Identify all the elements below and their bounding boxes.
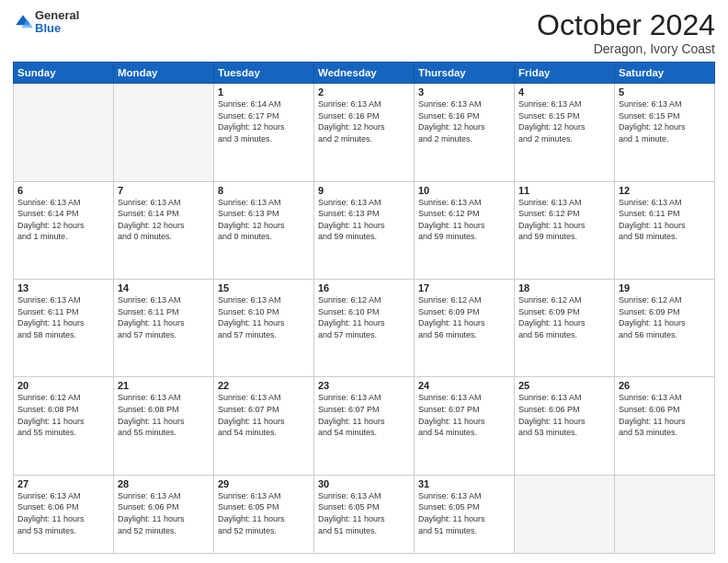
calendar-cell: 24Sunrise: 6:13 AM Sunset: 6:07 PM Dayli… xyxy=(415,377,515,475)
calendar-cell xyxy=(114,84,214,181)
day-number: 20 xyxy=(17,380,109,391)
day-number: 21 xyxy=(118,380,210,391)
day-number: 7 xyxy=(118,185,210,196)
day-number: 24 xyxy=(418,380,510,391)
calendar-cell: 12Sunrise: 6:13 AM Sunset: 6:11 PM Dayli… xyxy=(615,181,715,279)
day-number: 8 xyxy=(218,185,310,196)
calendar-cell: 8Sunrise: 6:13 AM Sunset: 6:13 PM Daylig… xyxy=(214,181,314,279)
calendar-cell: 6Sunrise: 6:13 AM Sunset: 6:14 PM Daylig… xyxy=(14,181,114,279)
title-block: October 2024 Deragon, Ivory Coast xyxy=(537,9,715,56)
day-number: 10 xyxy=(418,185,510,196)
calendar-cell: 19Sunrise: 6:12 AM Sunset: 6:09 PM Dayli… xyxy=(615,280,715,377)
page: General Blue October 2024 Deragon, Ivory… xyxy=(0,0,728,563)
calendar-cell: 20Sunrise: 6:12 AM Sunset: 6:08 PM Dayli… xyxy=(14,377,114,475)
day-header-sunday: Sunday xyxy=(14,63,114,84)
day-number: 22 xyxy=(218,380,310,391)
day-number: 28 xyxy=(118,478,210,489)
day-number: 19 xyxy=(619,282,711,293)
calendar-cell: 23Sunrise: 6:13 AM Sunset: 6:07 PM Dayli… xyxy=(314,377,415,475)
day-number: 26 xyxy=(619,380,711,391)
calendar-cell: 14Sunrise: 6:13 AM Sunset: 6:11 PM Dayli… xyxy=(114,280,214,377)
day-number: 27 xyxy=(17,478,109,489)
calendar-cell: 27Sunrise: 6:13 AM Sunset: 6:06 PM Dayli… xyxy=(14,475,114,553)
day-number: 12 xyxy=(619,185,711,196)
calendar-cell xyxy=(515,475,615,553)
logo-blue: Blue xyxy=(35,21,61,35)
days-header-row: SundayMondayTuesdayWednesdayThursdayFrid… xyxy=(14,63,715,84)
day-number: 15 xyxy=(218,282,310,293)
calendar-cell: 31Sunrise: 6:13 AM Sunset: 6:05 PM Dayli… xyxy=(415,475,515,553)
day-number: 11 xyxy=(518,185,610,196)
day-info: Sunrise: 6:13 AM Sunset: 6:14 PM Dayligh… xyxy=(118,197,210,243)
logo: General Blue xyxy=(13,9,79,36)
day-info: Sunrise: 6:13 AM Sunset: 6:06 PM Dayligh… xyxy=(17,490,109,536)
calendar-cell: 25Sunrise: 6:13 AM Sunset: 6:06 PM Dayli… xyxy=(515,377,615,475)
day-number: 2 xyxy=(318,86,410,98)
day-number: 6 xyxy=(17,185,109,196)
calendar-cell: 13Sunrise: 6:13 AM Sunset: 6:11 PM Dayli… xyxy=(14,280,114,377)
day-info: Sunrise: 6:13 AM Sunset: 6:05 PM Dayligh… xyxy=(418,490,510,536)
day-info: Sunrise: 6:13 AM Sunset: 6:06 PM Dayligh… xyxy=(118,490,210,536)
day-info: Sunrise: 6:13 AM Sunset: 6:06 PM Dayligh… xyxy=(518,392,610,438)
day-header-saturday: Saturday xyxy=(615,63,715,84)
day-number: 17 xyxy=(418,282,510,293)
calendar-cell: 7Sunrise: 6:13 AM Sunset: 6:14 PM Daylig… xyxy=(114,181,214,279)
week-row-2: 13Sunrise: 6:13 AM Sunset: 6:11 PM Dayli… xyxy=(14,280,715,377)
logo-general: General xyxy=(35,8,79,22)
month-title: October 2024 xyxy=(537,9,715,41)
day-info: Sunrise: 6:13 AM Sunset: 6:15 PM Dayligh… xyxy=(619,98,711,144)
day-info: Sunrise: 6:12 AM Sunset: 6:09 PM Dayligh… xyxy=(518,294,610,340)
day-number: 14 xyxy=(118,282,210,293)
header: General Blue October 2024 Deragon, Ivory… xyxy=(13,9,715,56)
day-info: Sunrise: 6:13 AM Sunset: 6:05 PM Dayligh… xyxy=(218,490,310,536)
calendar-cell: 16Sunrise: 6:12 AM Sunset: 6:10 PM Dayli… xyxy=(314,280,415,377)
day-info: Sunrise: 6:13 AM Sunset: 6:12 PM Dayligh… xyxy=(418,197,510,243)
day-number: 5 xyxy=(619,86,711,98)
day-info: Sunrise: 6:12 AM Sunset: 6:08 PM Dayligh… xyxy=(17,392,109,438)
calendar-cell: 21Sunrise: 6:13 AM Sunset: 6:08 PM Dayli… xyxy=(114,377,214,475)
day-info: Sunrise: 6:14 AM Sunset: 6:17 PM Dayligh… xyxy=(218,98,310,144)
day-number: 18 xyxy=(518,282,610,293)
day-info: Sunrise: 6:12 AM Sunset: 6:09 PM Dayligh… xyxy=(619,294,711,340)
day-header-wednesday: Wednesday xyxy=(314,63,415,84)
calendar-cell: 22Sunrise: 6:13 AM Sunset: 6:07 PM Dayli… xyxy=(214,377,314,475)
day-number: 31 xyxy=(418,478,510,489)
day-info: Sunrise: 6:13 AM Sunset: 6:12 PM Dayligh… xyxy=(518,197,610,243)
calendar-cell: 29Sunrise: 6:13 AM Sunset: 6:05 PM Dayli… xyxy=(214,475,314,553)
calendar-cell: 1Sunrise: 6:14 AM Sunset: 6:17 PM Daylig… xyxy=(214,84,314,181)
calendar-cell: 9Sunrise: 6:13 AM Sunset: 6:13 PM Daylig… xyxy=(314,181,415,279)
day-info: Sunrise: 6:13 AM Sunset: 6:07 PM Dayligh… xyxy=(418,392,510,438)
day-number: 4 xyxy=(518,86,610,98)
logo-icon xyxy=(13,12,33,32)
calendar-cell xyxy=(14,84,114,181)
calendar-header: SundayMondayTuesdayWednesdayThursdayFrid… xyxy=(14,63,715,84)
calendar-cell: 28Sunrise: 6:13 AM Sunset: 6:06 PM Dayli… xyxy=(114,475,214,553)
day-number: 13 xyxy=(17,282,109,293)
calendar-cell: 26Sunrise: 6:13 AM Sunset: 6:06 PM Dayli… xyxy=(615,377,715,475)
day-info: Sunrise: 6:13 AM Sunset: 6:10 PM Dayligh… xyxy=(218,294,310,340)
calendar-cell: 10Sunrise: 6:13 AM Sunset: 6:12 PM Dayli… xyxy=(415,181,515,279)
calendar-cell: 11Sunrise: 6:13 AM Sunset: 6:12 PM Dayli… xyxy=(515,181,615,279)
calendar-cell: 30Sunrise: 6:13 AM Sunset: 6:05 PM Dayli… xyxy=(314,475,415,553)
calendar-cell: 5Sunrise: 6:13 AM Sunset: 6:15 PM Daylig… xyxy=(615,84,715,181)
calendar-cell: 18Sunrise: 6:12 AM Sunset: 6:09 PM Dayli… xyxy=(515,280,615,377)
day-number: 16 xyxy=(318,282,410,293)
week-row-0: 1Sunrise: 6:14 AM Sunset: 6:17 PM Daylig… xyxy=(14,84,715,181)
day-info: Sunrise: 6:13 AM Sunset: 6:11 PM Dayligh… xyxy=(619,197,711,243)
calendar-cell: 4Sunrise: 6:13 AM Sunset: 6:15 PM Daylig… xyxy=(515,84,615,181)
week-row-3: 20Sunrise: 6:12 AM Sunset: 6:08 PM Dayli… xyxy=(14,377,715,475)
day-info: Sunrise: 6:13 AM Sunset: 6:11 PM Dayligh… xyxy=(118,294,210,340)
day-info: Sunrise: 6:12 AM Sunset: 6:09 PM Dayligh… xyxy=(418,294,510,340)
day-number: 3 xyxy=(418,86,510,98)
day-info: Sunrise: 6:13 AM Sunset: 6:11 PM Dayligh… xyxy=(17,294,109,340)
day-number: 23 xyxy=(318,380,410,391)
day-info: Sunrise: 6:13 AM Sunset: 6:05 PM Dayligh… xyxy=(318,490,410,536)
calendar-cell xyxy=(615,475,715,553)
calendar: SundayMondayTuesdayWednesdayThursdayFrid… xyxy=(13,62,715,554)
day-info: Sunrise: 6:13 AM Sunset: 6:15 PM Dayligh… xyxy=(518,98,610,144)
day-info: Sunrise: 6:13 AM Sunset: 6:08 PM Dayligh… xyxy=(118,392,210,438)
location: Deragon, Ivory Coast xyxy=(537,41,715,56)
day-header-monday: Monday xyxy=(114,63,214,84)
logo-text: General Blue xyxy=(35,9,79,36)
calendar-cell: 15Sunrise: 6:13 AM Sunset: 6:10 PM Dayli… xyxy=(214,280,314,377)
